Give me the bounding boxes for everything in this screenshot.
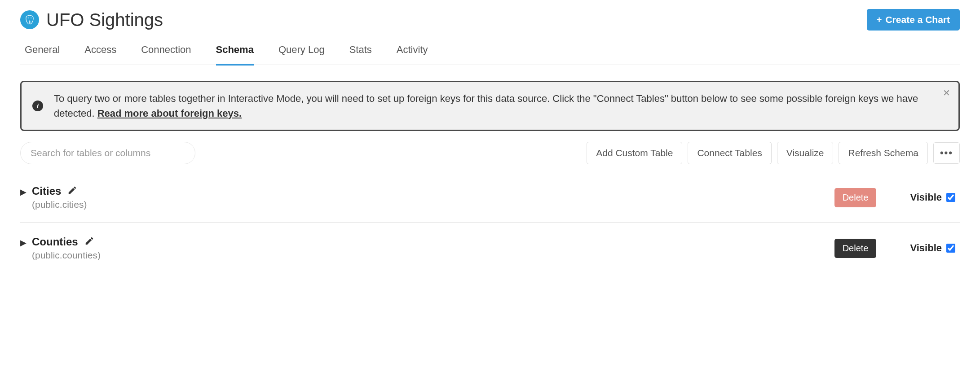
table-path: (public.counties) [32, 250, 101, 261]
info-banner: i To query two or more tables together i… [20, 81, 960, 131]
table-path: (public.cities) [32, 199, 87, 210]
visible-checkbox[interactable] [946, 193, 955, 202]
visualize-button[interactable]: Visualize [777, 142, 834, 164]
create-chart-label: Create a Chart [885, 14, 950, 25]
delete-button[interactable]: Delete [834, 188, 877, 207]
refresh-schema-button[interactable]: Refresh Schema [839, 142, 927, 164]
svg-point-1 [31, 18, 31, 18]
table-row: ▶ Counties (public.counties) Delete Visi… [20, 223, 960, 273]
add-custom-table-button[interactable]: Add Custom Table [587, 142, 682, 164]
expand-icon[interactable]: ▶ [20, 187, 26, 197]
table-row: ▶ Cities (public.cities) Delete Visible [20, 172, 960, 223]
tab-activity[interactable]: Activity [397, 44, 428, 66]
table-row-left: ▶ Counties (public.counties) [20, 236, 101, 261]
tab-connection[interactable]: Connection [141, 44, 191, 66]
toolbar-buttons: Add Custom Table Connect Tables Visualiz… [587, 142, 960, 164]
title-group: UFO Sightings [20, 10, 163, 30]
page-title: UFO Sightings [46, 10, 163, 30]
visible-toggle-group: Visible [910, 192, 955, 203]
schema-toolbar: Add Custom Table Connect Tables Visualiz… [20, 142, 960, 164]
visible-checkbox[interactable] [946, 244, 955, 253]
tab-access[interactable]: Access [84, 44, 116, 66]
tabs-nav: General Access Connection Schema Query L… [20, 44, 960, 65]
close-icon[interactable]: ✕ [943, 88, 950, 97]
search-input[interactable] [20, 142, 195, 164]
table-row-right: Delete Visible [834, 239, 955, 258]
info-text: To query two or more tables together in … [54, 91, 948, 121]
table-row-left: ▶ Cities (public.cities) [20, 185, 87, 210]
visible-label: Visible [910, 192, 942, 203]
table-name: Cities [32, 185, 61, 197]
tab-schema[interactable]: Schema [216, 44, 254, 66]
connect-tables-button[interactable]: Connect Tables [688, 142, 771, 164]
table-row-right: Delete Visible [834, 188, 955, 207]
foreign-keys-link[interactable]: Read more about foreign keys. [97, 108, 242, 119]
info-icon: i [32, 101, 43, 111]
page-header: UFO Sightings + Create a Chart [20, 9, 960, 31]
table-name: Counties [32, 236, 78, 248]
pencil-icon[interactable] [84, 236, 94, 248]
delete-button[interactable]: Delete [834, 239, 877, 258]
tables-list: ▶ Cities (public.cities) Delete Visible … [20, 172, 960, 273]
tab-stats[interactable]: Stats [349, 44, 372, 66]
visible-label: Visible [910, 242, 942, 254]
plus-icon: + [877, 15, 882, 25]
expand-icon[interactable]: ▶ [20, 238, 26, 248]
more-menu-button[interactable]: ••• [933, 142, 960, 164]
pencil-icon[interactable] [67, 185, 77, 197]
tab-query-log[interactable]: Query Log [278, 44, 325, 66]
svg-point-0 [28, 18, 29, 18]
postgres-icon [20, 10, 39, 29]
tab-general[interactable]: General [25, 44, 60, 66]
visible-toggle-group: Visible [910, 242, 955, 254]
create-chart-button[interactable]: + Create a Chart [867, 9, 960, 31]
